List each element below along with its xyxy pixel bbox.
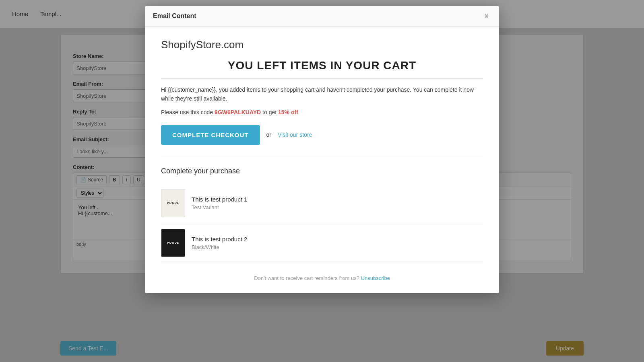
promo-code: 9GW6PALKUAYD	[215, 109, 261, 115]
product-1-logo: VOGUE	[167, 202, 179, 204]
product-2-variant: Black/White	[192, 244, 483, 250]
visit-store-link[interactable]: Visit our store	[278, 132, 312, 138]
checkout-button[interactable]: COMPLETE CHECKOUT	[161, 125, 260, 145]
email-body-text: Hi {{customer_name}}, you added items to…	[161, 85, 483, 103]
footer-prefix: Don't want to receive cart reminders fro…	[254, 275, 361, 281]
cta-row: COMPLETE CHECKOUT or Visit our store	[161, 125, 483, 145]
product-2-logo: VOGUE	[167, 241, 179, 244]
product-item-2: VOGUE This is test product 2 Black/White	[161, 223, 483, 263]
modal-close-button[interactable]: ×	[482, 12, 491, 21]
products-list: VOGUE This is test product 1 Test Varian…	[161, 183, 483, 263]
email-footer: Don't want to receive cart reminders fro…	[161, 275, 483, 281]
product-2-name: This is test product 2	[192, 236, 483, 243]
email-headline: YOU LEFT ITEMS IN YOUR CART	[161, 59, 483, 72]
product-2-info: This is test product 2 Black/White	[192, 236, 483, 250]
section-divider	[161, 157, 483, 157]
modal-body: ShopifyStore.com YOU LEFT ITEMS IN YOUR …	[145, 27, 499, 293]
product-1-image: VOGUE	[161, 189, 185, 217]
email-content-modal: Email Content × ShopifyStore.com YOU LEF…	[145, 6, 499, 293]
product-item-1: VOGUE This is test product 1 Test Varian…	[161, 183, 483, 223]
product-1-name: This is test product 1	[192, 196, 483, 203]
product-2-img-inner: VOGUE	[161, 229, 185, 257]
email-divider	[161, 78, 483, 79]
email-store-name: ShopifyStore.com	[161, 39, 483, 51]
unsubscribe-link[interactable]: Unsubscribe	[361, 275, 390, 281]
promo-suffix: to get	[261, 109, 278, 115]
product-1-variant: Test Variant	[192, 204, 483, 210]
modal-header: Email Content ×	[145, 6, 499, 27]
product-1-info: This is test product 1 Test Variant	[192, 196, 483, 210]
product-1-img-inner: VOGUE	[161, 189, 185, 217]
complete-purchase-heading: Complete your purchase	[161, 167, 483, 175]
promo-prefix: Please use this code	[161, 109, 215, 115]
email-promo-line: Please use this code 9GW6PALKUAYD to get…	[161, 109, 483, 115]
modal-title: Email Content	[153, 12, 196, 20]
discount-text: 15% off	[278, 109, 298, 115]
or-text: or	[266, 132, 271, 138]
product-2-image: VOGUE	[161, 229, 185, 257]
